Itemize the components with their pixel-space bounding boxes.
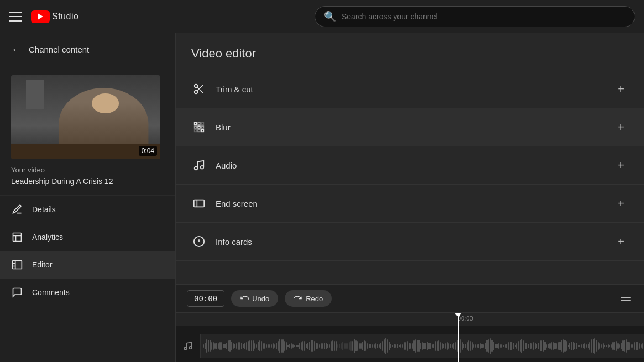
svg-point-14 bbox=[201, 166, 204, 169]
editor-label: Editor bbox=[32, 260, 53, 269]
audio-track-icon bbox=[176, 334, 201, 358]
svg-rect-15 bbox=[194, 200, 204, 207]
scene-desk bbox=[11, 144, 160, 159]
scene-head bbox=[92, 93, 119, 113]
page-title-bar: Video editor bbox=[176, 33, 644, 70]
hamburger-menu[interactable] bbox=[9, 10, 22, 23]
tool-trim-cut[interactable]: Trim & cut + bbox=[176, 70, 644, 108]
svg-rect-8 bbox=[198, 126, 200, 128]
audio-icon bbox=[191, 158, 207, 173]
details-icon bbox=[11, 203, 23, 216]
video-thumbnail[interactable]: 0:04 bbox=[11, 75, 160, 159]
waveform-visual bbox=[203, 338, 642, 354]
blur-label: Blur bbox=[216, 123, 604, 132]
redo-label: Redo bbox=[306, 295, 323, 303]
ruler-mark-start: 00:00 bbox=[458, 315, 473, 322]
info-cards-icon bbox=[191, 234, 207, 249]
timeline-ruler: 00:00 01:00 bbox=[176, 313, 644, 326]
svg-rect-6 bbox=[202, 123, 204, 125]
end-screen-add-btn[interactable]: + bbox=[613, 196, 629, 211]
sidebar-item-comments[interactable]: Comments bbox=[0, 279, 175, 306]
sidebar-item-editor[interactable]: Editor bbox=[0, 251, 175, 279]
search-bar: 🔍 bbox=[315, 6, 635, 27]
search-icon: 🔍 bbox=[324, 11, 336, 23]
video-info: Your video Leadership During A Crisis 12 bbox=[11, 166, 164, 186]
svg-point-3 bbox=[195, 91, 198, 94]
timecode-display[interactable]: 00:00 bbox=[187, 290, 224, 307]
blur-icon bbox=[191, 119, 207, 135]
end-screen-label: End screen bbox=[216, 199, 604, 208]
back-arrow-icon: ← bbox=[11, 43, 22, 56]
info-cards-label: Info cards bbox=[216, 237, 604, 246]
details-label: Details bbox=[32, 205, 56, 214]
editor-tools: Trim & cut + bbox=[176, 70, 644, 284]
info-cards-add-btn[interactable]: + bbox=[613, 234, 629, 249]
your-video-label: Your video bbox=[11, 166, 164, 174]
svg-rect-1 bbox=[13, 261, 22, 269]
tool-audio[interactable]: Audio + bbox=[176, 146, 644, 185]
svg-rect-12 bbox=[202, 130, 204, 132]
svg-point-13 bbox=[195, 167, 198, 170]
timeline-menu-button[interactable] bbox=[619, 295, 633, 303]
audio-add-btn[interactable]: + bbox=[613, 158, 629, 173]
svg-rect-5 bbox=[198, 123, 200, 125]
body-row: ← Channel content 0:04 Your video bbox=[0, 33, 644, 362]
svg-point-18 bbox=[189, 347, 192, 349]
sidebar-item-analytics[interactable]: Analytics bbox=[0, 223, 175, 251]
svg-rect-0 bbox=[13, 233, 22, 242]
tool-info-cards[interactable]: Info cards + bbox=[176, 223, 644, 261]
tool-end-screen[interactable]: End screen + bbox=[176, 185, 644, 223]
end-screen-icon bbox=[191, 196, 207, 211]
trim-cut-label: Trim & cut bbox=[216, 85, 604, 94]
editor-icon bbox=[11, 259, 23, 271]
youtube-logo-icon bbox=[31, 10, 50, 23]
trim-cut-add-btn[interactable]: + bbox=[613, 81, 629, 97]
video-duration: 0:04 bbox=[139, 146, 157, 156]
video-title: Leadership During A Crisis 12 bbox=[11, 176, 164, 186]
channel-content-label: Channel content bbox=[29, 45, 89, 54]
redo-button[interactable]: Redo bbox=[285, 290, 332, 307]
analytics-label: Analytics bbox=[32, 233, 63, 242]
channel-back-button[interactable]: ← Channel content bbox=[0, 33, 175, 66]
svg-rect-9 bbox=[202, 126, 204, 128]
sidebar-nav: Details Analytics Editor bbox=[0, 196, 175, 306]
audio-label: Audio bbox=[216, 161, 604, 170]
analytics-icon bbox=[11, 231, 23, 243]
svg-point-2 bbox=[195, 85, 198, 88]
blur-add-btn[interactable]: + bbox=[613, 119, 629, 135]
trim-cut-icon bbox=[191, 81, 207, 97]
tool-blur[interactable]: Blur + bbox=[176, 108, 644, 146]
comments-icon bbox=[11, 286, 23, 298]
svg-rect-10 bbox=[195, 130, 197, 132]
audio-track bbox=[176, 334, 644, 358]
search-input[interactable] bbox=[342, 12, 626, 21]
comments-label: Comments bbox=[32, 288, 70, 297]
undo-label: Undo bbox=[252, 295, 269, 303]
waveform-bar bbox=[201, 334, 644, 358]
tools-list: Trim & cut + bbox=[176, 70, 644, 284]
timeline-playhead[interactable] bbox=[458, 313, 459, 362]
sidebar: ← Channel content 0:04 Your video bbox=[0, 33, 176, 362]
studio-label: Studio bbox=[52, 12, 78, 22]
timeline-content bbox=[176, 326, 644, 362]
main-content: Video editor Trim & cut + bbox=[176, 33, 644, 362]
svg-rect-4 bbox=[195, 123, 197, 125]
sidebar-item-details[interactable]: Details bbox=[0, 196, 175, 223]
app-header: Studio 🔍 bbox=[0, 0, 644, 33]
logo-area[interactable]: Studio bbox=[31, 10, 78, 23]
page-title: Video editor bbox=[191, 46, 629, 61]
undo-button[interactable]: Undo bbox=[231, 290, 278, 307]
svg-rect-11 bbox=[198, 130, 200, 132]
scene-lamp bbox=[26, 80, 44, 109]
playback-bar: 00:00 Undo Redo bbox=[176, 284, 644, 312]
timeline-area[interactable]: 00:00 01:00 bbox=[176, 312, 644, 362]
svg-rect-7 bbox=[195, 126, 197, 128]
video-thumbnail-area: 0:04 Your video Leadership During A Cris… bbox=[0, 66, 175, 196]
svg-point-17 bbox=[184, 347, 187, 350]
